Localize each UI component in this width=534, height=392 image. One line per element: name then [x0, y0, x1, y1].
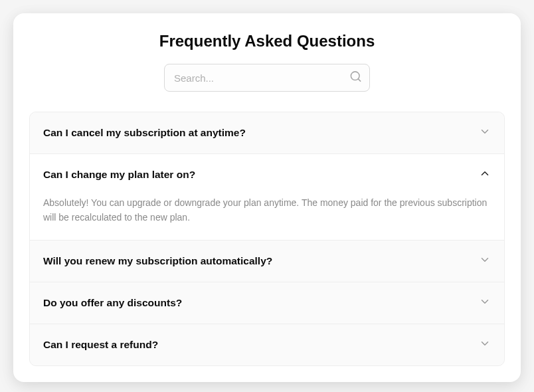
- faq-item: Can I change my plan later on? Absolutel…: [30, 154, 504, 241]
- chevron-down-icon: [479, 338, 491, 352]
- faq-item-header[interactable]: Do you offer any discounts?: [30, 282, 504, 324]
- faq-question: Will you renew my subscription automatic…: [43, 255, 272, 267]
- faq-item: Can I cancel my subscription at anytime?: [30, 112, 504, 154]
- page-title: Frequently Asked Questions: [29, 32, 505, 50]
- faq-item-header[interactable]: Can I change my plan later on?: [30, 154, 504, 195]
- chevron-up-icon: [479, 167, 491, 182]
- faq-question: Can I cancel my subscription at anytime?: [43, 127, 246, 139]
- chevron-down-icon: [479, 296, 491, 310]
- faq-answer: Absolutely! You can upgrade or downgrade…: [43, 195, 491, 225]
- faq-accordion: Can I cancel my subscription at anytime?…: [29, 112, 505, 366]
- search-box: [164, 64, 370, 92]
- search-container: [29, 64, 505, 92]
- chevron-down-icon: [479, 254, 491, 268]
- faq-question: Do you offer any discounts?: [43, 297, 182, 309]
- faq-question: Can I change my plan later on?: [43, 169, 195, 181]
- faq-question: Can I request a refund?: [43, 339, 158, 351]
- faq-item-body: Absolutely! You can upgrade or downgrade…: [30, 195, 504, 240]
- faq-item-header[interactable]: Can I cancel my subscription at anytime?: [30, 112, 504, 153]
- faq-item: Do you offer any discounts?: [30, 282, 504, 324]
- faq-item: Will you renew my subscription automatic…: [30, 241, 504, 282]
- faq-item-header[interactable]: Can I request a refund?: [30, 324, 504, 365]
- faq-card: Frequently Asked Questions Can I cancel …: [13, 13, 521, 382]
- faq-item: Can I request a refund?: [30, 324, 504, 365]
- chevron-down-icon: [479, 126, 491, 140]
- faq-item-header[interactable]: Will you renew my subscription automatic…: [30, 241, 504, 282]
- search-input[interactable]: [164, 64, 370, 92]
